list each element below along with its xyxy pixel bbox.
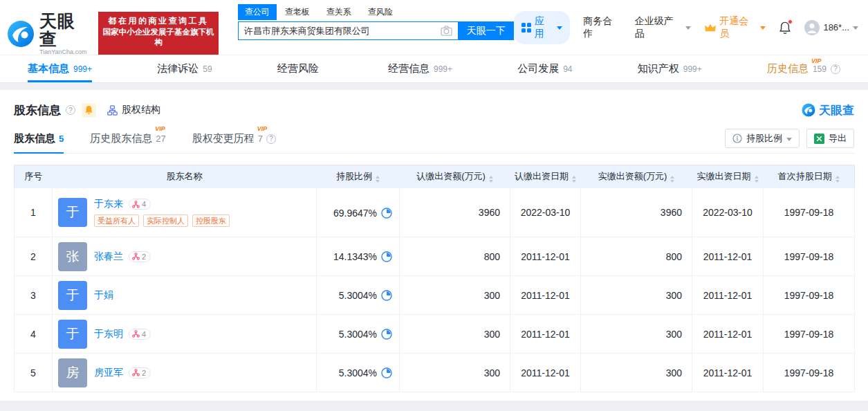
col-subscribed-date[interactable]: 认缴出资日期 [510, 165, 581, 188]
subscribed-date: 2011-12-01 [510, 354, 581, 392]
nav-tab-intellectual-property[interactable]: 知识产权 999+ [638, 55, 702, 82]
equity-pie-icon[interactable] [381, 367, 392, 378]
first-holding-date: 1997-09-18 [764, 188, 855, 237]
info-circle-icon [732, 134, 742, 143]
sort-icon[interactable] [670, 176, 674, 183]
row-index: 2 [15, 237, 53, 276]
col-ratio[interactable]: 持股比例 [317, 165, 400, 188]
notifications-bell[interactable] [779, 21, 791, 35]
nav-tab-company-development[interactable]: 公司发展 94 [517, 55, 572, 82]
shareholder-avatar[interactable]: 张 [58, 242, 87, 271]
search-button[interactable]: 天眼一下 [459, 21, 514, 40]
subscribed-amount: 300 [400, 276, 510, 315]
col-paid-amount[interactable]: 实缴出资额(万元) [581, 165, 692, 188]
subscribed-amount: 800 [400, 237, 510, 276]
shareholder-avatar[interactable]: 于 [58, 320, 87, 349]
subscribed-date: 2011-12-01 [510, 237, 581, 276]
shareholder-avatar[interactable]: 于 [58, 281, 87, 310]
org-chart-icon [107, 105, 118, 116]
related-companies-badge[interactable]: 2 [129, 251, 151, 262]
shareholder-avatar[interactable]: 于 [58, 198, 87, 227]
search-tab-boss[interactable]: 查老板 [277, 4, 318, 20]
promo-banner: 都在用的商业查询工具 国家中小企业发展子基金旗下机构 [98, 12, 218, 55]
subtab-shareholders[interactable]: 股东信息 5 [14, 132, 64, 153]
subscribed-date: 2022-03-10 [510, 188, 581, 237]
subtab-equity-changes[interactable]: 股权变更历程 VIP 7 [192, 132, 276, 153]
paid-amount: 800 [581, 237, 692, 276]
subtab-history-shareholders[interactable]: 历史股东信息 VIP 27 [90, 132, 165, 153]
related-companies-badge[interactable]: 2 [129, 367, 151, 378]
table-row: 4 于 于东明 4 [15, 315, 855, 354]
paid-date: 2011-12-01 [692, 276, 764, 315]
export-button[interactable]: 导出 [806, 129, 854, 148]
equity-pie-icon[interactable] [381, 329, 392, 340]
search-tab-relation[interactable]: 查关系 [318, 4, 360, 20]
search-tab-risk[interactable]: 查风险 [360, 4, 401, 20]
col-shareholder-name: 股东名称 [53, 165, 317, 188]
business-cooperation-link[interactable]: 商务合作 [583, 15, 622, 40]
help-icon[interactable] [266, 134, 276, 144]
shareholder-name-link[interactable]: 于东来 [94, 198, 123, 210]
notification-dot [788, 19, 793, 24]
search-input[interactable] [239, 26, 441, 36]
related-companies-badge[interactable]: 4 [129, 329, 151, 340]
paid-amount: 3960 [581, 188, 692, 237]
camera-icon[interactable] [441, 26, 452, 36]
first-holding-date: 1997-09-18 [764, 354, 855, 392]
equity-pie-icon[interactable] [381, 290, 392, 301]
subscribed-date: 2011-12-01 [510, 315, 581, 354]
row-index: 5 [15, 354, 53, 392]
table-row: 3 于 于娟 5.3004% [15, 276, 855, 315]
search-tabs: 查公司 查老板 查关系 查风险 [238, 4, 514, 20]
ratio-filter-dropdown[interactable]: 持股比例 [725, 129, 800, 148]
shareholder-name-link[interactable]: 房亚军 [94, 367, 123, 379]
shareholder-name-link[interactable]: 于东明 [94, 328, 123, 340]
equity-pie-icon[interactable] [381, 251, 392, 262]
col-first-date[interactable]: 首次持股日期 [764, 165, 855, 188]
section-header: 股东信息 股权结构 [14, 100, 854, 120]
tianyancha-logo[interactable]: 天眼查 TianYanCha.com [7, 12, 93, 55]
sort-icon[interactable] [489, 176, 493, 183]
shareholder-subtabs: 股东信息 5 历史股东信息 VIP 27 股权变更历程 VIP 7 [14, 126, 854, 154]
nav-tab-legal[interactable]: 法律诉讼 59 [157, 55, 212, 82]
apps-menu[interactable]: 应用 [514, 11, 571, 44]
row-index: 3 [15, 276, 53, 315]
subscribed-amount: 3960 [400, 188, 510, 237]
sort-icon[interactable] [376, 176, 380, 183]
sort-icon[interactable] [572, 176, 576, 183]
crown-icon [704, 23, 717, 33]
table-row: 2 张 张春兰 2 [15, 237, 855, 276]
shareholder-name-link[interactable]: 于娟 [94, 289, 113, 302]
shareholder-avatar[interactable]: 房 [58, 358, 87, 387]
sort-icon[interactable] [835, 176, 840, 183]
monitor-bell-icon[interactable] [82, 103, 96, 118]
company-nav-tabs: 基本信息 999+ 法律诉讼 59 经营风险 经营信息 999+ 公司发展 94… [0, 55, 868, 83]
help-icon[interactable] [66, 105, 75, 115]
first-holding-date: 1997-09-18 [764, 237, 855, 276]
subscribed-date: 2011-12-01 [510, 276, 581, 315]
account-menu[interactable]: 186*... [804, 20, 858, 35]
help-icon[interactable] [831, 64, 840, 74]
col-subscribed-amount[interactable]: 认缴出资额(万元) [400, 165, 510, 188]
search-tab-company[interactable]: 查公司 [238, 4, 277, 20]
related-companies-badge[interactable]: 4 [129, 199, 151, 210]
equity-structure-link[interactable]: 股权结构 [107, 104, 160, 116]
shareholder-tag: 受益所有人 [94, 214, 139, 227]
top-header: 天眼查 TianYanCha.com 都在用的商业查询工具 国家中小企业发展子基… [0, 0, 868, 55]
nav-tab-operation-risk[interactable]: 经营风险 [277, 55, 323, 82]
user-avatar [804, 20, 820, 35]
enterprise-products-menu[interactable]: 企业级产品 [635, 15, 691, 40]
shareholder-name-link[interactable]: 张春兰 [94, 250, 123, 263]
nav-tab-operation-info[interactable]: 经营信息 999+ [388, 55, 452, 82]
sort-icon[interactable] [755, 176, 759, 183]
open-vip-menu[interactable]: 开通会员 [704, 15, 766, 40]
nav-tab-history-info[interactable]: 历史信息 VIP 159 [767, 55, 840, 82]
apps-label: 应用 [535, 15, 554, 40]
section-title: 股东信息 [14, 102, 61, 118]
col-paid-date[interactable]: 实缴出资日期 [692, 165, 764, 188]
chevron-down-icon [685, 26, 691, 30]
equity-pie-icon[interactable] [381, 208, 392, 219]
shareholder-tag: 实际控制人 [143, 214, 188, 227]
paid-date: 2011-12-01 [692, 237, 764, 276]
nav-tab-basic-info[interactable]: 基本信息 999+ [28, 55, 92, 82]
